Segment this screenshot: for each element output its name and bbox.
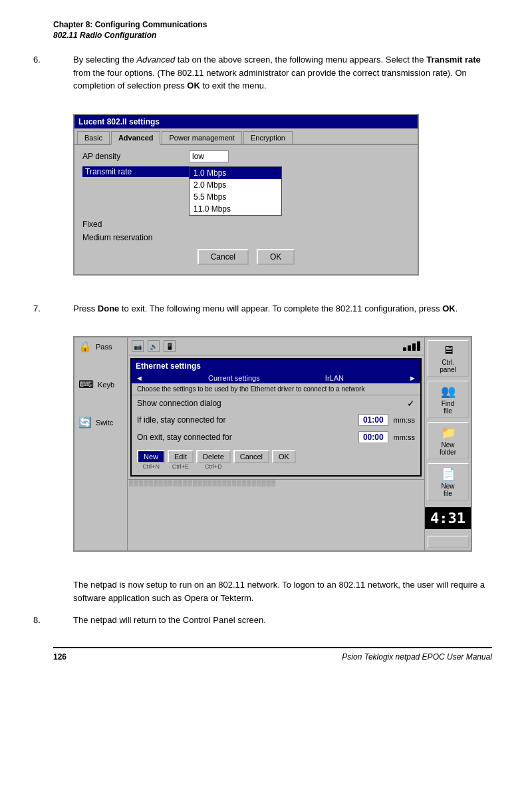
sig2 [408,345,411,351]
dropdown-item-2[interactable]: 2.0 Mbps [190,179,281,191]
step-7-text: 7.Press Done to exit. The following menu… [53,302,492,315]
footer-page-num: 126 [53,652,66,662]
page: Chapter 8: Configuring Communications 80… [0,0,532,682]
lucent-label-ap: AP density [82,152,189,161]
eth-unit-exit: mm:ss [394,433,415,441]
lucent-label-fixed: Fixed [82,220,189,229]
screenshot-1: Lucent 802.II settings Basic Advanced Po… [73,114,419,276]
ctrl-panel-label: Ctrl.panel [430,359,467,373]
tab-basic[interactable]: Basic [77,131,110,144]
step-7-done: Done [98,303,120,313]
eth-dialog-desc: Choose the settings to be used by the Et… [132,383,420,395]
sig4 [417,341,420,351]
eth-dialog-subtitle: ◄ Current settings IrLAN ► [132,373,420,383]
tab-advanced[interactable]: Advanced [111,131,161,145]
eth-check-show[interactable]: ✓ [407,398,415,409]
sidebar-new-file[interactable]: 📄 Newfile [428,463,469,500]
eth-unit-idle: mm:ss [394,416,415,424]
eth-btn-group-edit: Edit Ctrl+E [168,450,194,470]
lucent-row-transmit: Transmit rate 1.0 Mbps 2.0 Mbps 5.5 Mbps… [82,166,410,216]
ctrl-panel-icon: 🖥 [430,343,467,357]
dropdown-item-3[interactable]: 5.5 Mbps [190,191,281,203]
sig1 [403,347,406,351]
scroll-pattern: ▒▒▒▒▒▒▒▒▒▒▒▒▒▒▒▒▒▒▒▒▒▒▒▒▒▒▒▒▒▒ [129,479,276,486]
ethernet-sidebar: 🖥 Ctrl.panel 👥 Findfile 📁 Newfolder 📄 Ne… [424,337,471,550]
eth-btn-group-delete: Delete Ctrl+D [196,450,231,470]
find-file-icon: 👥 [430,384,467,399]
eth-edit-shortcut: Ctrl+E [172,463,189,470]
dropdown-item-1[interactable]: 1.0 Mbps [190,167,281,179]
eth-delete-btn[interactable]: Delete [196,450,231,463]
eth-time-exit[interactable]: 00:00 [358,431,388,443]
lucent-row-medium: Medium reservation [82,233,410,242]
step-6-italic: Advanced [136,55,175,65]
eth-label-show: Show connection dialog [137,399,402,408]
footer: 126 Psion Teklogix netpad EPOC User Manu… [53,647,492,662]
tab-encryption[interactable]: Encryption [243,131,293,144]
sidebar-ctrl-panel[interactable]: 🖥 Ctrl.panel [428,340,469,377]
lucent-cancel-btn[interactable]: Cancel [198,249,249,265]
eth-left-row-2: ⌨ Keyb [78,378,123,391]
chapter-header: Chapter 8: Configuring Communications [53,20,492,29]
pass-icon: 🔒 [78,340,92,353]
footer-title: Psion Teklogix netpad EPOC User Manual [342,652,492,662]
eth-btn-group-cancel: Cancel [233,450,269,470]
eth-subtitle-arrow-left[interactable]: ◄ [136,374,143,382]
eth-row-idle: If idle, stay connected for 01:00 mm:ss [132,411,420,429]
eth-ok-shortcut [283,463,285,470]
lucent-content: AP density low Transmit rate 1.0 Mbps 2.… [74,145,418,274]
step-6-bold1: Transmit rate [426,55,481,65]
eth-new-shortcut: Ctrl+N [142,463,160,470]
tab-power[interactable]: Power management [162,131,241,144]
lucent-titlebar: Lucent 802.II settings [74,115,418,128]
eth-network-name: IrLAN [325,374,344,382]
switch-label: Switc [96,419,113,427]
lucent-screen: Lucent 802.II settings Basic Advanced Po… [73,114,419,276]
dropdown-item-4[interactable]: 11.0 Mbps [190,203,281,215]
eth-icon-2: 🔊 [148,340,160,352]
step-8-num: 8. [53,614,73,627]
keyb-label: Keyb [98,381,114,389]
new-folder-label: Newfolder [430,441,467,456]
eth-main-content: 📷 🔊 📱 Ethernet settings [128,337,424,550]
eth-label-idle: If idle, stay connected for [137,415,353,425]
lucent-dropdown[interactable]: 1.0 Mbps 2.0 Mbps 5.5 Mbps 11.0 Mbps [189,166,282,216]
eth-btn-group-ok: OK [272,450,296,470]
lucent-field-ap[interactable]: low [189,150,229,162]
step-7-block: 7.Press Done to exit. The following menu… [53,302,492,566]
step-7-ok: OK [442,303,456,313]
eth-subtitle-arrow-right[interactable]: ► [409,374,416,382]
lucent-ok-btn[interactable]: OK [257,249,295,265]
step-8-text: 8.The netpad will return to the Control … [53,614,492,627]
new-file-label: Newfile [430,483,467,497]
lucent-row-fixed: Fixed [82,220,410,229]
step-8-block: 8.The netpad will return to the Control … [53,614,492,627]
eth-new-btn[interactable]: New [137,450,165,463]
eth-time-idle[interactable]: 01:00 [358,414,388,426]
step-6-block: 6.By selecting the Advanced tab on the a… [53,53,492,289]
eth-btn-group-new: New Ctrl+N [137,450,165,470]
screenshot-2: 🔒 Pass ⌨ Keyb 🔄 Switc [73,336,472,552]
chapter-subheader: 802.11 Radio Configuration [53,31,492,40]
signal-indicator [403,341,420,351]
eth-edit-btn[interactable]: Edit [168,450,194,463]
sig3 [412,343,416,351]
step-6-ok: OK [187,81,200,91]
eth-cancel-shortcut [251,463,253,470]
ethernet-dialog: Ethernet settings ◄ Current settings IrL… [130,358,422,477]
lucent-label-transmit: Transmit rate [82,166,189,177]
eth-icon-1: 📷 [132,340,144,352]
paragraph-after-step7: The netpad is now setup to run on an 802… [53,578,492,604]
eth-delete-shortcut: Ctrl+D [205,463,222,470]
eth-row-exit: On exit, stay connected for 00:00 mm:ss [132,429,420,446]
eth-cancel-btn[interactable]: Cancel [233,450,269,463]
pass-label: Pass [96,343,112,351]
sidebar-new-folder[interactable]: 📁 Newfolder [428,422,469,459]
sidebar-find-file[interactable]: 👥 Findfile [428,381,469,418]
eth-left-row-1: 🔒 Pass [78,340,123,353]
time-display: 4:31 [425,507,471,529]
find-file-label: Findfile [430,400,467,415]
eth-ok-btn[interactable]: OK [272,450,296,463]
eth-label-exit: On exit, stay connected for [137,433,353,442]
eth-left-row-3: 🔄 Switc [78,416,123,429]
